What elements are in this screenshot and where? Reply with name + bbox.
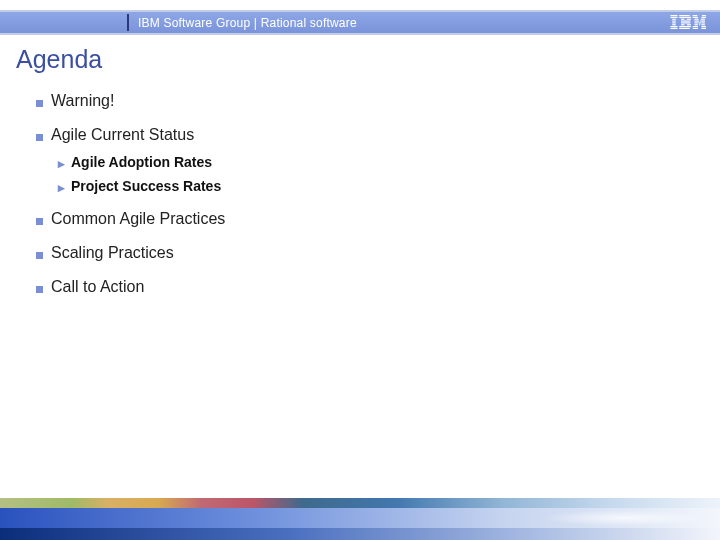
svg-rect-21 <box>701 17 706 18</box>
agenda-list: Warning! Agile Current Status ▸ Agile Ad… <box>36 92 690 312</box>
svg-rect-14 <box>681 24 685 25</box>
ibm-logo <box>670 15 706 29</box>
list-item: Warning! <box>36 92 690 110</box>
svg-rect-34 <box>693 28 698 29</box>
list-item: Call to Action <box>36 278 690 296</box>
svg-rect-30 <box>699 24 700 25</box>
svg-rect-4 <box>672 22 676 23</box>
svg-rect-29 <box>694 24 698 25</box>
svg-rect-6 <box>671 26 678 27</box>
header-text: IBM Software Group | Rational software <box>138 16 357 30</box>
bullet-square-icon <box>36 286 43 293</box>
footer-stripe-bottom <box>0 528 720 540</box>
list-item-label: Scaling Practices <box>51 244 174 262</box>
svg-rect-25 <box>700 20 705 21</box>
svg-rect-15 <box>687 24 691 25</box>
bullet-square-icon <box>36 134 43 141</box>
svg-rect-31 <box>701 24 705 25</box>
sub-list-item-label: Agile Adoption Rates <box>71 154 212 170</box>
svg-rect-3 <box>672 20 676 21</box>
sub-list-item: ▸ Project Success Rates <box>58 178 690 194</box>
svg-rect-16 <box>679 26 691 27</box>
svg-rect-13 <box>681 22 690 23</box>
slide-header: IBM Software Group | Rational software <box>0 0 720 38</box>
svg-rect-2 <box>672 19 676 20</box>
sub-list-item: ▸ Agile Adoption Rates <box>58 154 690 170</box>
svg-rect-5 <box>672 24 676 25</box>
svg-rect-22 <box>694 19 698 20</box>
svg-rect-28 <box>701 22 705 23</box>
svg-rect-32 <box>693 26 698 27</box>
svg-rect-12 <box>681 20 690 21</box>
list-item: Scaling Practices <box>36 244 690 262</box>
slide-title: Agenda <box>16 45 102 74</box>
list-item-label: Warning! <box>51 92 114 110</box>
svg-rect-24 <box>694 20 699 21</box>
list-item-label: Agile Current Status <box>51 126 194 144</box>
bullet-square-icon <box>36 252 43 259</box>
svg-rect-0 <box>671 15 678 16</box>
svg-rect-17 <box>679 28 690 29</box>
sub-list: ▸ Agile Adoption Rates ▸ Project Success… <box>58 154 690 194</box>
chevron-right-icon: ▸ <box>58 157 65 170</box>
sub-list-item-label: Project Success Rates <box>71 178 221 194</box>
chevron-right-icon: ▸ <box>58 181 65 194</box>
list-item: Agile Current Status ▸ Agile Adoption Ra… <box>36 126 690 194</box>
slide-footer <box>0 490 720 540</box>
bullet-square-icon <box>36 100 43 107</box>
svg-rect-9 <box>679 17 691 18</box>
ibm-logo-icon <box>670 15 706 29</box>
header-bar <box>0 12 720 33</box>
svg-rect-19 <box>702 15 706 16</box>
svg-rect-18 <box>693 15 698 16</box>
bullet-square-icon <box>36 218 43 225</box>
list-item-label: Common Agile Practices <box>51 210 225 228</box>
svg-rect-35 <box>701 28 706 29</box>
list-item-label: Call to Action <box>51 278 144 296</box>
svg-rect-10 <box>681 19 685 20</box>
footer-stripe-top <box>0 498 720 508</box>
svg-rect-11 <box>687 19 691 20</box>
slide: IBM Software Group | Rational software <box>0 0 720 540</box>
svg-rect-7 <box>671 28 678 29</box>
svg-rect-26 <box>694 22 698 23</box>
svg-rect-23 <box>701 19 705 20</box>
svg-rect-20 <box>693 17 698 18</box>
list-item: Common Agile Practices <box>36 210 690 228</box>
footer-highlight <box>540 510 710 526</box>
svg-rect-27 <box>699 22 701 23</box>
svg-rect-8 <box>679 15 690 16</box>
svg-rect-33 <box>701 26 706 27</box>
svg-rect-1 <box>671 17 678 18</box>
header-divider <box>127 14 129 31</box>
